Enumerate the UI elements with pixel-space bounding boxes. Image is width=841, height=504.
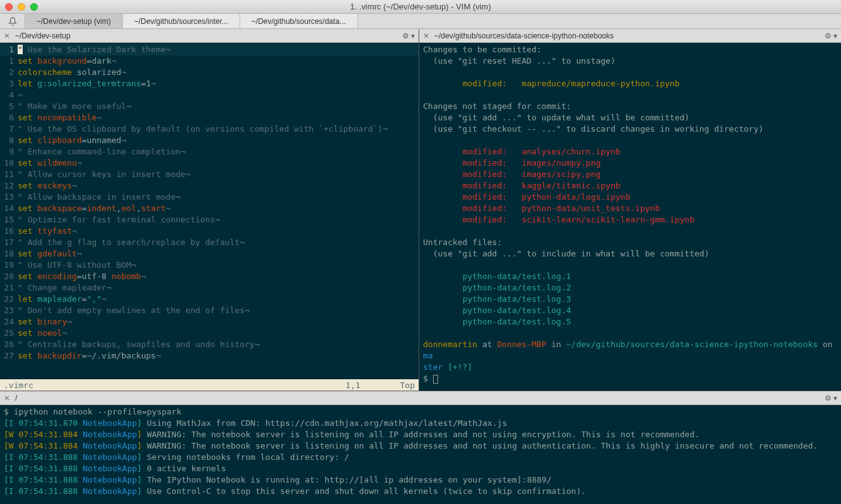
code-line: 3let g:solarized_termtrans=1¬ xyxy=(0,78,419,89)
bottom-pane-header: ✕ / ⚙ ▾ xyxy=(0,391,841,405)
right-pane-title: ~/dev/github/sources/data-science-ipytho… xyxy=(434,32,614,40)
code-line: 24set binary¬ xyxy=(0,316,419,328)
right-pane-header: ✕ ~/dev/github/sources/data-science-ipyt… xyxy=(419,29,841,43)
code-line: 16set ttyfast¬ xyxy=(0,226,419,237)
code-line: 27set backupdir=~/.vim/backups¬ xyxy=(0,350,419,362)
code-line: 25set noeol¬ xyxy=(0,328,419,339)
tabbar: ~/Dev/dev-setup (vim)~/Dev/github/source… xyxy=(0,14,841,29)
code-line: 23" Don't add empty newlines at the end … xyxy=(0,305,419,316)
status-position: 1,1 xyxy=(345,381,383,390)
left-pane: ✕ ~/Dev/dev-setup ⚙ ▾ 1" Use the Solariz… xyxy=(0,29,419,391)
code-line: 18set gdefault¬ xyxy=(0,248,419,260)
code-line: 8set clipboard=unnamed¬ xyxy=(0,135,419,146)
code-line: 26" Centralize backups, swapfiles and un… xyxy=(0,339,419,350)
code-line: 2colorscheme solarized¬ xyxy=(0,67,419,78)
close-icon[interactable]: ✕ xyxy=(4,394,10,403)
gear-icon[interactable]: ⚙ ▾ xyxy=(825,394,837,403)
code-line: 1" Use the Solarized Dark theme¬ xyxy=(0,44,419,55)
gear-icon[interactable]: ⚙ ▾ xyxy=(825,32,837,40)
code-line: 1set background=dark¬ xyxy=(0,55,419,67)
code-line: 17" Add the g flag to search/replace by … xyxy=(0,237,419,248)
close-icon[interactable]: ✕ xyxy=(423,32,429,40)
window-titlebar: 1. .vimrc (~/Dev/dev-setup) - VIM (vim) xyxy=(0,0,841,14)
close-window-button[interactable] xyxy=(5,3,13,11)
code-line: 20set encoding=utf-8 nobomb¬ xyxy=(0,271,419,282)
code-line: 7" Use the OS clipboard by default (on v… xyxy=(0,123,419,135)
code-line: 6set nocompatible¬ xyxy=(0,112,419,123)
terminal-right[interactable]: Changes to be committed: (use "git reset… xyxy=(419,43,841,391)
traffic-lights xyxy=(0,3,38,11)
right-pane: ✕ ~/dev/github/sources/data-science-ipyt… xyxy=(419,29,841,391)
vim-statusline: .vimrc 1,1 Top xyxy=(0,379,419,391)
code-line: 13" Allow backspace in insert mode¬ xyxy=(0,192,419,203)
code-line: 19" Use UTF-8 without BOM¬ xyxy=(0,260,419,271)
tab-0[interactable]: ~/Dev/dev-setup (vim) xyxy=(25,14,123,28)
close-icon[interactable]: ✕ xyxy=(4,32,10,40)
left-pane-header: ✕ ~/Dev/dev-setup ⚙ ▾ xyxy=(0,29,419,43)
code-line: 9" Enhance command-line completion¬ xyxy=(0,146,419,158)
code-line: 21" Change mapleader¬ xyxy=(0,282,419,294)
status-scroll: Top xyxy=(383,381,415,390)
status-filename: .vimrc xyxy=(4,381,345,390)
vim-editor[interactable]: 1" Use the Solarized Dark theme¬1set bac… xyxy=(0,43,419,391)
code-line: 11" Allow cursor keys in insert mode¬ xyxy=(0,169,419,180)
code-line: 14set backspace=indent,eol,start¬ xyxy=(0,203,419,214)
code-line: 5" Make Vim more useful¬ xyxy=(0,101,419,112)
code-line: 4¬ xyxy=(0,89,419,101)
code-line: 12set esckeys¬ xyxy=(0,180,419,192)
window-title: 1. .vimrc (~/Dev/dev-setup) - VIM (vim) xyxy=(0,2,841,11)
code-line: 15" Optimize for fast terminal connectio… xyxy=(0,214,419,226)
tab-2[interactable]: ~/Dev/github/sources/data... xyxy=(240,14,358,28)
gear-icon[interactable]: ⚙ ▾ xyxy=(402,32,415,40)
bottom-pane: ✕ / ⚙ ▾ $ ipython notebook --profile=pys… xyxy=(0,391,841,504)
notification-bell-icon[interactable] xyxy=(0,14,25,28)
tab-1[interactable]: ~/Dev/github/sources/inter... xyxy=(123,14,240,28)
code-line: 22let mapleader=","¬ xyxy=(0,294,419,305)
zoom-window-button[interactable] xyxy=(30,3,38,11)
terminal-bottom[interactable]: $ ipython notebook --profile=pyspark[I 0… xyxy=(0,405,841,504)
bottom-pane-title: / xyxy=(15,394,17,403)
minimize-window-button[interactable] xyxy=(18,3,25,11)
left-pane-title: ~/Dev/dev-setup xyxy=(15,32,71,40)
code-line: 10set wildmenu¬ xyxy=(0,158,419,169)
